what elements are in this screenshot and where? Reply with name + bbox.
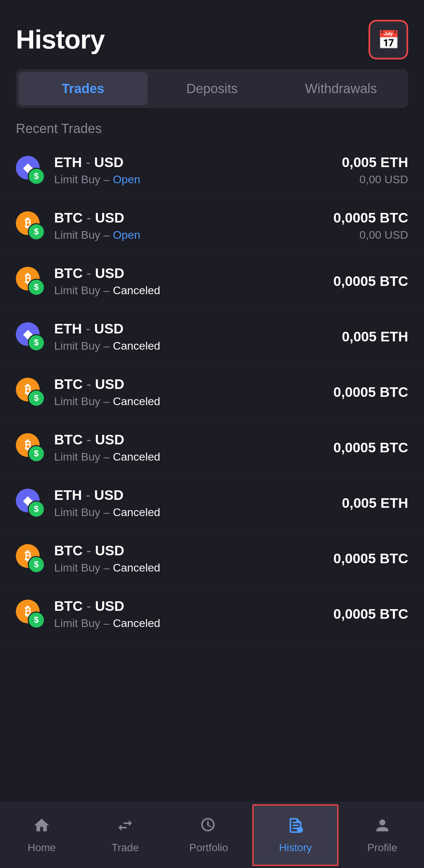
trade-item[interactable]: ◆ $ ETH - USD Limit Buy – Canceled 0,005… <box>0 309 424 365</box>
amount-primary: 0,005 ETH <box>342 155 408 170</box>
separator: - <box>87 543 95 558</box>
tab-trades[interactable]: Trades <box>19 72 148 105</box>
trade-item[interactable]: ₿ $ BTC - USD Limit Buy – Canceled 0,000… <box>0 254 424 309</box>
trade-amount: 0,0005 BTC <box>334 440 408 456</box>
usd-symbol: $ <box>34 393 39 403</box>
separator: - <box>86 155 94 170</box>
history-label: History <box>279 842 312 854</box>
page-title: History <box>16 25 105 55</box>
coin-secondary-icon: $ <box>28 168 45 185</box>
trade-info: ETH - USD Limit Buy – Canceled <box>54 321 160 352</box>
separator: - <box>87 598 95 614</box>
trade-info: BTC - USD Limit Buy – Canceled <box>54 543 160 574</box>
section-title: Recent Trades <box>0 121 424 143</box>
usd-symbol: $ <box>34 171 39 181</box>
trade-left: ₿ $ BTC - USD Limit Buy – Canceled <box>16 266 160 297</box>
coin-icon-stack: ◆ $ <box>16 489 45 518</box>
trade-amount: 0,0005 BTC <box>334 606 408 622</box>
trade-list: ◆ $ ETH - USD Limit Buy – Open 0,005 ETH… <box>0 143 424 722</box>
trade-status: Canceled <box>113 339 160 352</box>
trade-type: Limit Buy – Canceled <box>54 561 160 574</box>
portfolio-icon <box>200 816 218 838</box>
coin-icon-stack: ₿ $ <box>16 599 45 629</box>
separator: - <box>87 210 95 225</box>
coin-secondary-icon: $ <box>28 334 45 351</box>
coin-icon-stack: ◆ $ <box>16 322 45 351</box>
coin-icon-stack: ₿ $ <box>16 267 45 296</box>
usd-symbol: $ <box>34 448 39 459</box>
usd-symbol: $ <box>34 559 39 569</box>
amount-primary: 0,0005 BTC <box>334 273 408 289</box>
nav-item-trade[interactable]: Trade <box>84 802 167 868</box>
trade-status: Canceled <box>113 617 160 629</box>
trade-amount: 0,0005 BTC <box>334 273 408 289</box>
trade-item[interactable]: ₿ $ BTC - USD Limit Buy – Open 0,0005 BT… <box>0 198 424 254</box>
trade-status: Open <box>113 173 140 186</box>
trade-item[interactable]: ₿ $ BTC - USD Limit Buy – Canceled 0,000… <box>0 420 424 475</box>
profile-icon <box>373 816 391 838</box>
trade-pair: BTC - USD <box>54 543 160 559</box>
trade-info: BTC - USD Limit Buy – Canceled <box>54 266 160 297</box>
separator: - <box>86 321 94 336</box>
trade-item[interactable]: ◆ $ ETH - USD Limit Buy – Canceled 0,005… <box>0 475 424 531</box>
nav-item-portfolio[interactable]: Portfolio <box>167 802 251 868</box>
home-icon <box>33 816 51 838</box>
usd-symbol: $ <box>34 615 39 625</box>
header: History 📅 <box>0 0 424 69</box>
tabs-container: Trades Deposits Withdrawals <box>16 69 408 108</box>
separator: - <box>87 376 95 392</box>
coin-secondary-icon: $ <box>28 556 45 573</box>
trade-info: BTC - USD Limit Buy – Canceled <box>54 432 160 463</box>
amount-primary: 0,0005 BTC <box>334 210 408 226</box>
nav-item-history[interactable]: History <box>252 804 338 866</box>
trade-item[interactable]: ₿ $ BTC - USD Limit Buy – Canceled 0,000… <box>0 365 424 420</box>
amount-primary: 0,0005 BTC <box>334 384 408 400</box>
bottom-nav: Home Trade Portfolio History Profile <box>0 802 424 868</box>
trade-amount: 0,0005 BTC <box>334 384 408 400</box>
trade-left: ₿ $ BTC - USD Limit Buy – Canceled <box>16 376 160 408</box>
trade-left: ₿ $ BTC - USD Limit Buy – Canceled <box>16 543 160 574</box>
nav-item-profile[interactable]: Profile <box>340 802 424 868</box>
coin-secondary-icon: $ <box>28 390 45 407</box>
trade-pair: ETH - USD <box>54 487 160 503</box>
trade-left: ◆ $ ETH - USD Limit Buy – Canceled <box>16 321 160 352</box>
separator: - <box>87 266 95 281</box>
trade-item[interactable]: ₿ $ BTC - USD Limit Buy – Canceled 0,000… <box>0 586 424 642</box>
trade-amount: 0,005 ETH <box>342 495 408 511</box>
coin-icon-stack: ₿ $ <box>16 544 45 573</box>
trade-amount: 0,0005 BTC 0,00 USD <box>334 210 408 241</box>
trade-label: Trade <box>112 842 139 854</box>
trade-left: ₿ $ BTC - USD Limit Buy – Open <box>16 210 140 241</box>
amount-primary: 0,0005 BTC <box>334 440 408 456</box>
coin-secondary-icon: $ <box>28 612 45 629</box>
amount-primary: 0,0005 BTC <box>334 606 408 622</box>
trade-type: Limit Buy – Canceled <box>54 451 160 463</box>
trade-item[interactable]: ◆ $ ETH - USD Limit Buy – Open 0,005 ETH… <box>0 143 424 198</box>
trade-type: Limit Buy – Open <box>54 228 140 241</box>
trade-left: ◆ $ ETH - USD Limit Buy – Open <box>16 155 140 186</box>
page-wrapper: History 📅 Trades Deposits Withdrawals Re… <box>0 0 424 868</box>
trade-type: Limit Buy – Canceled <box>54 339 160 352</box>
trade-type: Limit Buy – Canceled <box>54 506 160 519</box>
history-icon <box>286 816 304 838</box>
trade-amount: 0,005 ETH <box>342 329 408 345</box>
tab-deposits[interactable]: Deposits <box>148 72 277 105</box>
coin-icon-stack: ₿ $ <box>16 211 45 240</box>
trade-info: ETH - USD Limit Buy – Canceled <box>54 487 160 519</box>
coin-secondary-icon: $ <box>28 500 45 518</box>
trade-type: Limit Buy – Canceled <box>54 617 160 630</box>
trade-status: Canceled <box>113 506 160 518</box>
trade-amount: 0,005 ETH 0,00 USD <box>342 155 408 186</box>
trade-info: BTC - USD Limit Buy – Canceled <box>54 598 160 630</box>
trade-amount: 0,0005 BTC <box>334 551 408 566</box>
trade-pair: BTC - USD <box>54 598 160 614</box>
separator: - <box>86 487 94 503</box>
amount-secondary: 0,00 USD <box>334 228 408 241</box>
nav-item-home[interactable]: Home <box>0 802 84 868</box>
trade-status: Canceled <box>113 451 160 463</box>
svg-point-1 <box>297 827 303 833</box>
amount-secondary: 0,00 USD <box>342 173 408 186</box>
calendar-button[interactable]: 📅 <box>368 20 408 59</box>
trade-item[interactable]: ₿ $ BTC - USD Limit Buy – Canceled 0,000… <box>0 531 424 586</box>
tab-withdrawals[interactable]: Withdrawals <box>276 72 405 105</box>
